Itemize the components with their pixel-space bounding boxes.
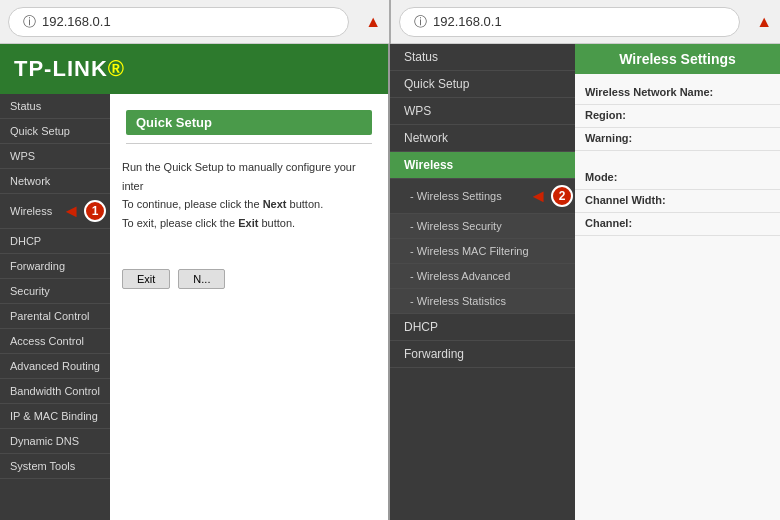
top-bar: ⓘ 192.168.0.1 ▲ ⓘ 192.168.0.1 ▲ (0, 0, 780, 44)
field-channel-label: Channel: (585, 217, 770, 229)
field-wireless-network-name-label: Wireless Network Name: (585, 86, 770, 98)
left-upload-icon[interactable]: ▲ (365, 13, 381, 31)
right-panel: Status Quick Setup WPS Network Wireless … (390, 44, 780, 520)
sidebar-item-status[interactable]: Status (0, 94, 110, 119)
right-nav-wireless-settings[interactable]: - Wireless Settings ◄ 2 (390, 179, 575, 214)
left-content-area: Quick Setup Run the Quick Setup to manua… (110, 94, 388, 520)
left-address-bar[interactable]: ⓘ 192.168.0.1 (8, 7, 349, 37)
left-info-icon: ⓘ (23, 13, 36, 31)
sidebar-item-dynamic-dns[interactable]: Dynamic DNS (0, 429, 110, 454)
next-button[interactable]: N... (178, 269, 225, 289)
quick-setup-line2-post: button. (290, 198, 324, 210)
main-content: TP-LINK® Status Quick Setup WPS Network … (0, 44, 780, 520)
right-nav-quick-setup[interactable]: Quick Setup (390, 71, 575, 98)
right-nav-wireless-advanced[interactable]: - Wireless Advanced (390, 264, 575, 289)
registered-mark: ® (108, 56, 125, 81)
right-address-bar[interactable]: ⓘ 192.168.0.1 (399, 7, 740, 37)
quick-setup-line3-post: button. (261, 217, 295, 229)
quick-setup-bar: Quick Setup (126, 110, 372, 135)
left-sidebar: Status Quick Setup WPS Network Wireless … (0, 94, 110, 520)
sidebar-item-security[interactable]: Security (0, 279, 110, 304)
quick-setup-exit-bold: Exit (238, 217, 258, 229)
sidebar-item-system-tools[interactable]: System Tools (0, 454, 110, 479)
quick-setup-buttons: Exit N... (110, 261, 388, 297)
left-arrow-icon: ◄ (62, 202, 80, 220)
tp-link-logo: TP-LINK® (14, 56, 125, 82)
right-body: Status Quick Setup WPS Network Wireless … (390, 44, 780, 520)
field-channel: Channel: (575, 213, 780, 236)
sidebar-wireless-label: Wireless (10, 205, 52, 217)
right-nav-status[interactable]: Status (390, 44, 575, 71)
field-region: Region: (575, 105, 780, 128)
quick-setup-line2-pre: To continue, please click the (122, 198, 260, 210)
field-wireless-network-name: Wireless Network Name: (575, 82, 780, 105)
annotation-2-group: ◄ 2 (529, 185, 573, 207)
sidebar-item-wps[interactable]: WPS (0, 144, 110, 169)
left-body: Status Quick Setup WPS Network Wireless … (0, 94, 388, 520)
sidebar-item-forwarding[interactable]: Forwarding (0, 254, 110, 279)
sidebar-item-wireless[interactable]: Wireless ◄ 1 (0, 194, 110, 229)
right-nav-wps[interactable]: WPS (390, 98, 575, 125)
right-nav-wireless-statistics[interactable]: - Wireless Statistics (390, 289, 575, 314)
field-warning-label: Warning: (585, 132, 770, 144)
annotation-1-group: ◄ 1 (62, 200, 106, 222)
sidebar-item-access-control[interactable]: Access Control (0, 329, 110, 354)
quick-setup-divider (126, 143, 372, 144)
right-nav-network[interactable]: Network (390, 125, 575, 152)
right-nav-forwarding[interactable]: Forwarding (390, 341, 575, 368)
sidebar-item-ip-mac-binding[interactable]: IP & MAC Binding (0, 404, 110, 429)
right-url: 192.168.0.1 (433, 14, 502, 29)
sidebar-item-bandwidth-control[interactable]: Bandwidth Control (0, 379, 110, 404)
field-warning: Warning: (575, 128, 780, 151)
quick-setup-line3-pre: To exit, please click the (122, 217, 235, 229)
tp-link-header: TP-LINK® (0, 44, 388, 94)
left-url: 192.168.0.1 (42, 14, 111, 29)
quick-setup-line1: Run the Quick Setup to manually configur… (122, 161, 356, 192)
annotation-circle-2: 2 (551, 185, 573, 207)
field-channel-width-label: Channel Width: (585, 194, 770, 206)
field-mode: Mode: (575, 167, 780, 190)
quick-setup-text: Run the Quick Setup to manually configur… (110, 150, 388, 241)
left-panel: TP-LINK® Status Quick Setup WPS Network … (0, 44, 390, 520)
sidebar-item-quick-setup[interactable]: Quick Setup (0, 119, 110, 144)
sidebar-item-parental-control[interactable]: Parental Control (0, 304, 110, 329)
right-nav-wireless-mac-filtering[interactable]: - Wireless MAC Filtering (390, 239, 575, 264)
right-nav-dhcp[interactable]: DHCP (390, 314, 575, 341)
sidebar-item-network[interactable]: Network (0, 169, 110, 194)
right-arrow-icon-2: ◄ (529, 186, 547, 207)
wireless-settings-header: Wireless Settings (575, 44, 780, 74)
right-upload-icon[interactable]: ▲ (756, 13, 772, 31)
right-info-icon: ⓘ (414, 13, 427, 31)
settings-spacer (575, 151, 780, 167)
field-region-label: Region: (585, 109, 770, 121)
quick-setup-next-bold: Next (263, 198, 287, 210)
wireless-settings-label: - Wireless Settings (410, 190, 529, 202)
right-settings-panel: Wireless Settings Wireless Network Name:… (575, 44, 780, 520)
right-sidebar-nav: Status Quick Setup WPS Network Wireless … (390, 44, 575, 520)
exit-button[interactable]: Exit (122, 269, 170, 289)
right-nav-wireless-security[interactable]: - Wireless Security (390, 214, 575, 239)
top-bar-divider (389, 0, 391, 44)
sidebar-item-dhcp[interactable]: DHCP (0, 229, 110, 254)
field-channel-width: Channel Width: (575, 190, 780, 213)
field-mode-label: Mode: (585, 171, 770, 183)
sidebar-item-advanced-routing[interactable]: Advanced Routing (0, 354, 110, 379)
right-nav-wireless[interactable]: Wireless (390, 152, 575, 179)
annotation-circle-1: 1 (84, 200, 106, 222)
